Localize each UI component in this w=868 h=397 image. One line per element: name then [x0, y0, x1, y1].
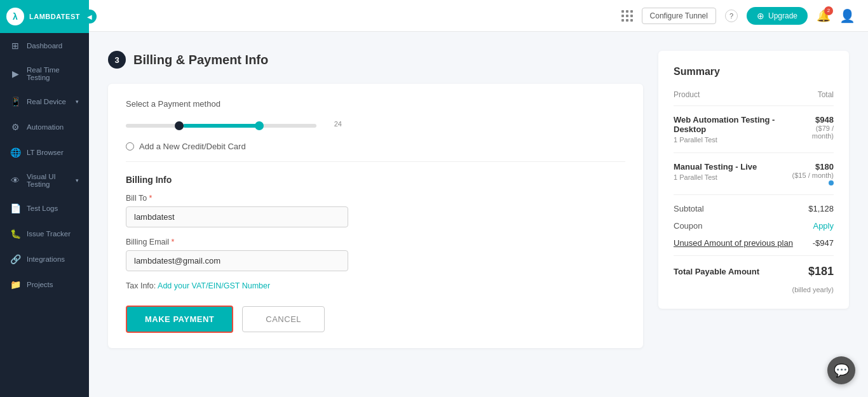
app-name: LAMBDATEST [29, 13, 80, 20]
product-2-price-sub: ($15 / month) [792, 172, 834, 179]
unused-value: -$947 [813, 238, 834, 248]
sidebar-item-issue-tracker[interactable]: 🐛 Issue Tracker [0, 221, 89, 246]
product-2-price: $180 [792, 162, 834, 172]
sidebar-item-label: Automation [27, 123, 79, 131]
billing-email-group: Billing Email * [126, 238, 625, 271]
sidebar-item-real-time-testing[interactable]: ▶ Real Time Testing [0, 58, 89, 89]
billing-info-title: Billing Info [126, 175, 625, 185]
content-area: 3 Billing & Payment Info Select a Paymen… [89, 32, 868, 397]
col-total: Total [818, 90, 834, 99]
help-icon[interactable]: ? [725, 10, 738, 22]
grid-icon [621, 10, 633, 22]
sidebar-item-label: LT Browser [27, 149, 79, 156]
notification-badge: 2 [824, 6, 833, 15]
sidebar-item-label: Issue Tracker [27, 230, 79, 238]
product-1-price: $948 [796, 115, 834, 124]
real-device-icon: 📱 [10, 97, 20, 107]
coupon-apply-link[interactable]: Apply [813, 221, 834, 231]
billing-email-label: Billing Email * [126, 238, 625, 246]
sidebar-item-visual-ui-testing[interactable]: 👁 Visual UI Testing ▾ [0, 165, 89, 196]
required-indicator: * [149, 194, 153, 203]
logo-icon: λ [6, 8, 24, 25]
total-label: Total Payable Amount [674, 267, 759, 276]
sidebar-item-label: Real Device [27, 98, 69, 105]
total-value: $181 [808, 265, 834, 278]
summary-product-row-2: Manual Testing - Live 1 Parallel Test $1… [674, 162, 834, 195]
sidebar-item-label: Visual UI Testing [27, 173, 69, 188]
sidebar-item-test-logs[interactable]: 📄 Test Logs [0, 196, 89, 221]
sidebar-item-integrations[interactable]: 🔗 Integrations [0, 246, 89, 272]
product-2-name: Manual Testing - Live [674, 162, 757, 172]
add-card-label: Add a New Credit/Debit Card [139, 142, 246, 151]
chevron-down-icon: ▾ [76, 177, 79, 184]
tax-info-row: Tax Info: Add your VAT/EIN/GST Number [126, 281, 625, 290]
visual-ui-icon: 👁 [10, 175, 20, 185]
billing-email-input[interactable] [126, 250, 348, 271]
coupon-label: Coupon [674, 221, 703, 231]
sidebar-item-automation[interactable]: ⚙ Automation [0, 114, 89, 140]
integrations-icon: 🔗 [10, 254, 20, 264]
add-card-radio-row: Add a New Credit/Debit Card [126, 142, 625, 151]
summary-title: Summary [674, 66, 834, 77]
summary-product-row-1: Web Automation Testing - Desktop 1 Paral… [674, 115, 834, 153]
sidebar: λ LAMBDATEST ◀ ⊞ Dashboard ▶ Real Time T… [0, 0, 89, 397]
dashboard-icon: ⊞ [10, 41, 20, 51]
payment-slider[interactable]: 24 [126, 124, 316, 128]
sidebar-item-real-device[interactable]: 📱 Real Device ▾ [0, 89, 89, 114]
sidebar-item-lt-browser[interactable]: 🌐 LT Browser [0, 140, 89, 165]
projects-icon: 📁 [10, 279, 20, 290]
billed-note: (billed yearly) [674, 286, 834, 293]
sidebar-item-label: Real Time Testing [27, 66, 79, 81]
product-1-price-sub: ($79 / month) [796, 124, 834, 140]
bill-to-group: Bill To * [126, 194, 625, 227]
automation-icon: ⚙ [10, 122, 20, 132]
sidebar-item-projects[interactable]: 📁 Projects [0, 272, 89, 297]
notifications-bell[interactable]: 🔔 2 [817, 9, 831, 23]
upgrade-label: Upgrade [768, 11, 797, 20]
test-logs-icon: 📄 [10, 203, 20, 213]
payment-method-section: Select a Payment method 24 [126, 99, 625, 131]
col-product: Product [674, 90, 700, 99]
subtotal-label: Subtotal [674, 204, 704, 213]
required-indicator: * [172, 238, 175, 246]
blue-dot-indicator [829, 180, 834, 185]
user-avatar[interactable]: 👤 [839, 8, 855, 24]
summary-unused-row: Unused Amount of previous plan -$947 [674, 238, 834, 256]
button-row: MAKE PAYMENT CANCEL [126, 306, 625, 333]
topbar: Configure Tunnel ? ⊕ Upgrade 🔔 2 👤 [89, 0, 868, 32]
payment-section-card: Select a Payment method 24 Add a New Cre… [108, 84, 643, 348]
unused-label: Unused Amount of previous plan [674, 238, 793, 248]
subtotal-value: $1,128 [808, 204, 834, 213]
chat-widget[interactable]: 💬 [827, 356, 855, 384]
sidebar-item-dashboard[interactable]: ⊞ Dashboard [0, 33, 89, 58]
summary-subtotal-row: Subtotal $1,128 [674, 204, 834, 213]
bill-to-input[interactable] [126, 206, 348, 227]
add-card-radio[interactable] [126, 142, 134, 151]
tax-info-label: Tax Info: [126, 281, 156, 290]
issue-tracker-icon: 🐛 [10, 229, 20, 239]
tax-info-link[interactable]: Add your VAT/EIN/GST Number [158, 281, 270, 290]
configure-tunnel-label: Configure Tunnel [650, 11, 708, 20]
sidebar-logo: λ LAMBDATEST ◀ [0, 0, 89, 33]
sidebar-item-label: Dashboard [27, 42, 79, 50]
cancel-button[interactable]: CANCEL [242, 306, 325, 332]
summary-panel: Summary Product Total Web Automation Tes… [658, 51, 849, 309]
card-end-text: 24 [334, 120, 342, 128]
step-badge: 3 [108, 51, 126, 69]
sidebar-collapse-btn[interactable]: ◀ [83, 10, 97, 24]
summary-col-headers: Product Total [674, 90, 834, 106]
summary-total-row: Total Payable Amount $181 [674, 265, 834, 278]
page-title: Billing & Payment Info [133, 53, 268, 67]
upgrade-button[interactable]: ⊕ Upgrade [747, 7, 808, 25]
real-time-icon: ▶ [10, 69, 20, 79]
make-payment-button[interactable]: MAKE PAYMENT [126, 306, 233, 333]
main-area: Configure Tunnel ? ⊕ Upgrade 🔔 2 👤 3 Bil… [89, 0, 868, 397]
configure-tunnel-button[interactable]: Configure Tunnel [642, 8, 716, 24]
product-1-sub: 1 Parallel Test [674, 136, 796, 144]
summary-coupon-row: Coupon Apply [674, 221, 834, 231]
bill-to-label: Bill To * [126, 194, 625, 203]
chevron-down-icon: ▾ [76, 98, 79, 105]
payment-method-label: Select a Payment method [126, 99, 625, 109]
sidebar-item-label: Integrations [27, 255, 79, 263]
product-1-name: Web Automation Testing - Desktop [674, 115, 796, 134]
